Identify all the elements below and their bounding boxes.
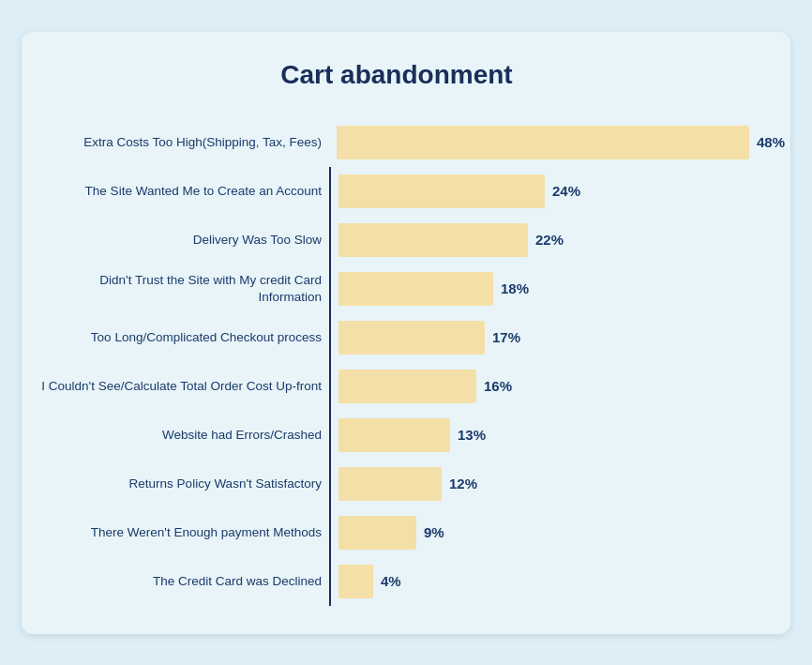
bar-divider xyxy=(329,508,331,557)
bar-row: The Site Wanted Me to Create an Account2… xyxy=(40,167,753,216)
chart-title: Cart abandonment xyxy=(40,60,753,90)
bar xyxy=(338,272,493,306)
bar xyxy=(338,565,373,598)
bar-row: There Weren't Enough payment Methods9% xyxy=(40,508,753,557)
bar-value: 12% xyxy=(449,476,477,491)
chart-body: Extra Costs Too High(Shipping, Tax, Fees… xyxy=(40,118,753,606)
bar xyxy=(338,321,485,355)
bar-cell: 24% xyxy=(338,174,753,208)
bar-row: Too Long/Complicated Checkout process17% xyxy=(40,313,753,362)
bar-row: Website had Errors/Crashed13% xyxy=(40,411,753,460)
bar-value: 4% xyxy=(381,573,401,589)
bar-cell: 4% xyxy=(338,565,753,598)
bar-value: 16% xyxy=(484,378,512,394)
bar-divider xyxy=(329,460,331,508)
bar-value: 22% xyxy=(535,232,564,248)
bar-value: 24% xyxy=(552,183,580,199)
bar-label-text: Didn't Trust the Site with My credit Car… xyxy=(40,268,322,309)
chart-container: Cart abandonment Extra Costs Too High(Sh… xyxy=(22,32,790,634)
bar-row: I Couldn't See/Calculate Total Order Cos… xyxy=(40,362,753,411)
bar xyxy=(338,174,545,208)
bar-cell: 48% xyxy=(337,126,785,159)
bar-cell: 12% xyxy=(338,467,753,501)
bar-label-text: I Couldn't See/Calculate Total Order Cos… xyxy=(40,374,322,399)
bar-cell: 9% xyxy=(338,516,753,550)
bar-row: Didn't Trust the Site with My credit Car… xyxy=(40,264,753,313)
bar-label-text: Website had Errors/Crashed xyxy=(40,423,322,447)
bar-label-text: There Weren't Enough payment Methods xyxy=(40,521,322,545)
bar-row: The Credit Card was Declined4% xyxy=(40,557,753,606)
bar-divider xyxy=(329,362,331,411)
bar xyxy=(338,223,528,257)
bar xyxy=(338,516,416,550)
bar-row: Delivery Was Too Slow22% xyxy=(40,216,753,264)
bar xyxy=(338,370,476,403)
bar-divider xyxy=(329,557,331,606)
bar-divider xyxy=(329,167,331,216)
bar-divider xyxy=(329,313,331,362)
bar-value: 17% xyxy=(492,329,520,345)
bar-label-text: Delivery Was Too Slow xyxy=(40,228,322,252)
bar-value: 13% xyxy=(458,427,486,443)
bar-cell: 13% xyxy=(338,418,753,452)
bar xyxy=(338,467,442,501)
bar-row: Returns Policy Wasn't Satisfactory12% xyxy=(40,460,753,508)
bar-cell: 22% xyxy=(338,223,753,257)
bar xyxy=(338,418,450,452)
bar-value: 9% xyxy=(424,524,444,540)
bar xyxy=(337,126,749,159)
bar-value: 18% xyxy=(501,280,529,296)
bar-cell: 17% xyxy=(338,321,753,355)
bar-label-text: Too Long/Complicated Checkout process xyxy=(40,325,322,350)
bar-row: Extra Costs Too High(Shipping, Tax, Fees… xyxy=(40,118,753,167)
bar-divider xyxy=(329,411,331,460)
bar-label-text: The Credit Card was Declined xyxy=(40,569,322,594)
bar-cell: 16% xyxy=(338,370,753,403)
bar-label-text: Extra Costs Too High(Shipping, Tax, Fees… xyxy=(40,130,322,155)
bar-label-text: The Site Wanted Me to Create an Account xyxy=(40,179,322,204)
bar-divider xyxy=(329,264,331,313)
bar-cell: 18% xyxy=(338,272,753,306)
bar-value: 48% xyxy=(757,134,785,150)
bar-label-text: Returns Policy Wasn't Satisfactory xyxy=(40,472,322,496)
bar-divider xyxy=(329,216,331,264)
